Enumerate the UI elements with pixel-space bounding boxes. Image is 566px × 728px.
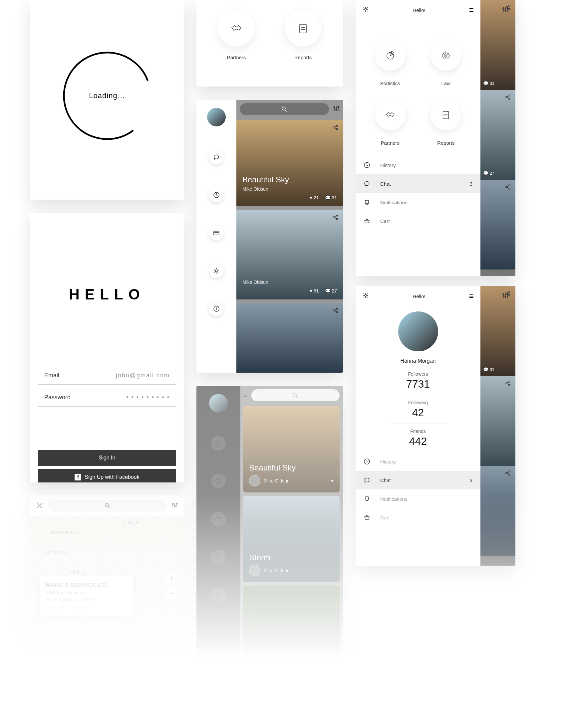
basket-icon (364, 218, 373, 224)
partners-category[interactable]: Partners (218, 10, 255, 60)
svg-point-23 (293, 393, 296, 396)
map-view[interactable]: Sacramento St California St Pine St Clay… (30, 516, 184, 630)
menu-cart[interactable]: Cart (356, 508, 480, 527)
email-field[interactable]: Email john@gmail.com (38, 366, 176, 385)
filter-icon[interactable] (502, 292, 509, 300)
menu-history[interactable]: History (356, 156, 480, 174)
law-category[interactable]: Law (418, 40, 474, 86)
svg-point-6 (282, 107, 285, 110)
chat-icon[interactable] (211, 436, 226, 451)
location-address: San Fransisco, CA 43715 (46, 597, 127, 602)
share-icon[interactable] (505, 470, 511, 477)
close-icon[interactable]: ✕ (36, 501, 43, 511)
svg-point-36 (509, 188, 510, 189)
password-field[interactable]: Password • • • • • • • • • (38, 388, 176, 407)
partners-category[interactable]: Partners (362, 99, 418, 146)
svg-point-46 (509, 291, 510, 292)
post-card[interactable]: Mike Oldsun ♥ 51 💬 27 (236, 210, 343, 299)
share-icon[interactable] (505, 381, 511, 387)
info-icon[interactable] (211, 588, 226, 602)
bell-icon (364, 199, 373, 206)
gear-icon[interactable] (362, 6, 369, 14)
card-icon[interactable] (211, 512, 226, 526)
svg-point-35 (509, 185, 510, 186)
menu-cart[interactable]: Cart (356, 212, 480, 230)
svg-point-2 (172, 503, 173, 505)
search-input[interactable] (48, 500, 167, 512)
menu-chat[interactable]: Chat 3 (356, 471, 480, 489)
drawer-greeting: Hello! (413, 7, 425, 13)
piechart-icon (385, 50, 396, 61)
post-card[interactable]: Beautiful Sky Mike Oldsun♥ (243, 406, 340, 492)
svg-point-40 (365, 8, 367, 10)
filter-icon[interactable] (171, 502, 178, 510)
email-label: Email (44, 372, 59, 379)
search-input[interactable] (251, 389, 340, 401)
comments-count: 💬 27 (325, 288, 337, 293)
gear-icon[interactable] (211, 550, 226, 564)
facebook-icon: f (75, 474, 81, 480)
location-card[interactable]: MARK'S SERVICE CO. 1543 Kensington Ave. … (40, 576, 133, 616)
share-icon[interactable] (332, 214, 338, 222)
svg-point-19 (336, 218, 338, 220)
menu-chat[interactable]: Chat 3 (356, 174, 480, 193)
clock-icon[interactable] (211, 474, 226, 488)
password-label: Password (44, 394, 71, 401)
filter-icon[interactable] (502, 6, 509, 14)
post-card[interactable]: Forrest (243, 586, 340, 672)
street-label: Clay St (123, 520, 138, 525)
zoom-in-button[interactable]: + (165, 572, 177, 584)
logo-text: HELLO (30, 286, 184, 303)
reports-category[interactable]: Reports (285, 10, 321, 60)
post-title: Forrest (249, 657, 334, 666)
share-icon[interactable] (505, 94, 511, 101)
post-card[interactable] (236, 303, 343, 373)
post-title: Storm (249, 553, 334, 562)
signin-button[interactable]: Sign In (38, 450, 176, 466)
post-card[interactable]: Storm Mike Oldsun (243, 496, 340, 582)
svg-point-15 (336, 125, 338, 126)
zoom-out-button[interactable]: − (165, 588, 177, 600)
menu-notifications[interactable]: Notifications (356, 193, 480, 212)
following-stat[interactable]: Following 42 (388, 395, 448, 424)
share-icon[interactable] (332, 124, 338, 132)
drawer-profile-screen: 💬 31 Hello! ≡ Hanna Morgan Followers 773… (356, 286, 515, 566)
share-icon[interactable] (332, 307, 338, 315)
search-input[interactable] (240, 103, 329, 115)
svg-point-34 (506, 186, 507, 188)
svg-point-51 (506, 472, 507, 474)
statistics-category[interactable]: Statistics (362, 40, 418, 86)
categories-top-screen: Partners Reports (196, 0, 343, 87)
svg-point-14 (333, 127, 334, 128)
card-icon[interactable] (209, 226, 224, 240)
gear-icon[interactable] (209, 264, 224, 278)
filter-icon[interactable] (333, 105, 340, 113)
menu-icon[interactable]: ≡ (469, 5, 474, 15)
profile-avatar[interactable] (398, 311, 438, 351)
menu-icon[interactable]: ≡ (243, 391, 247, 400)
gear-icon[interactable] (362, 292, 369, 300)
profile-name: Hanna Morgan (356, 358, 480, 364)
svg-rect-44 (365, 200, 369, 204)
svg-point-47 (509, 294, 510, 296)
notepad-icon (296, 22, 310, 35)
sidebar (196, 100, 236, 373)
author-avatar (249, 475, 260, 486)
info-icon[interactable] (209, 301, 224, 316)
menu-history[interactable]: History (356, 452, 480, 471)
svg-rect-42 (443, 111, 449, 119)
clock-icon[interactable] (209, 188, 224, 202)
share-icon[interactable] (505, 184, 511, 191)
menu-notifications[interactable]: Notifications (356, 489, 480, 508)
menu-icon[interactable]: ≡ (469, 291, 474, 301)
avatar[interactable] (209, 394, 228, 413)
signup-facebook-button[interactable]: f Sign Up with Facebook (38, 469, 176, 482)
followers-stat[interactable]: Followers 7731 (388, 367, 448, 395)
reports-category[interactable]: Reports (418, 99, 474, 146)
svg-point-22 (336, 311, 338, 313)
avatar[interactable] (207, 108, 226, 126)
post-card[interactable]: Beautiful Sky Mike Oldsun ♥ 21 💬 31 (236, 120, 343, 206)
friends-stat[interactable]: Friends 442 (388, 424, 448, 452)
drawer-categories-screen: 💬 31 💬 27 Hello! ≡ Statistics Law Partne… (356, 0, 515, 276)
chat-icon[interactable] (209, 150, 224, 164)
